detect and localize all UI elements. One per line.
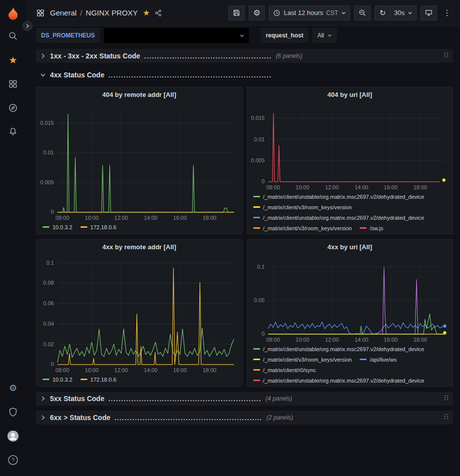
legend-series-color	[253, 348, 260, 350]
legend-item[interactable]: /sw.js	[360, 223, 383, 233]
legend-series-color	[253, 196, 260, 197]
row-dots: ........................................…	[108, 395, 262, 403]
favorite-star-icon[interactable]: ★	[143, 9, 150, 17]
panel-title[interactable]: 404 by remote addr [All]	[36, 87, 242, 101]
svg-text:10:00: 10:00	[295, 184, 309, 190]
svg-text:18:00: 18:00	[413, 184, 427, 190]
legend-series-color	[253, 380, 260, 381]
search-icon[interactable]	[7, 30, 19, 42]
dashboard-grid-icon[interactable]	[36, 8, 45, 17]
time-series-chart[interactable]: 00.0050.010.01508:0010:0012:0014:0016:00…	[36, 101, 242, 222]
refresh-button[interactable]: ↻	[375, 5, 391, 20]
grafana-logo[interactable]	[5, 6, 20, 21]
svg-text:08:00: 08:00	[55, 367, 69, 373]
panel-404-by-uri: 404 by uri [All] 00.0050.010.01508:0010:…	[247, 87, 454, 234]
legend-item[interactable]: /_matrix/client/v3/room_keys/version	[253, 223, 352, 233]
svg-text:14:00: 14:00	[144, 367, 157, 373]
legend-item[interactable]: /_matrix/client/unstable/org.matrix.msc2…	[253, 376, 425, 385]
time-range-picker[interactable]: Last 12 hours CST	[269, 5, 350, 20]
row-4xx-status-code[interactable]: 4xx Status Code ........................…	[36, 68, 453, 82]
svg-text:16:00: 16:00	[384, 337, 397, 343]
tv-mode-button[interactable]	[421, 5, 437, 20]
legend-item[interactable]: /_matrix/client/unstable/org.matrix.msc2…	[253, 344, 425, 354]
time-series-chart[interactable]: 00.020.040.060.080.108:0010:0012:0014:00…	[36, 254, 242, 375]
main-area: General / NGINX PROXY ★ ⚙	[26, 0, 460, 430]
legend-series-label: 10.0.3.2	[52, 224, 72, 230]
svg-text:0.06: 0.06	[43, 300, 54, 306]
kebab-menu-icon[interactable]: ⋮	[441, 8, 453, 17]
legend-series-color	[253, 217, 260, 218]
row-panel-count: (2 panels)	[267, 414, 293, 421]
settings-icon[interactable]: ⚙	[7, 382, 19, 394]
dashboard-canvas: 1xx - 3xx - 2xx Status Code ............…	[26, 46, 460, 430]
panel-title[interactable]: 4xx by remote addr [All]	[36, 240, 242, 254]
request-host-variable-value[interactable]: All	[312, 28, 337, 43]
legend-item[interactable]: /_matrix/client/v3/room_keys/version	[253, 355, 352, 364]
zoom-out-button[interactable]	[354, 5, 371, 20]
breadcrumb-section[interactable]: General	[50, 8, 76, 17]
svg-text:16:00: 16:00	[173, 215, 187, 221]
sidebar-expand-button[interactable]	[22, 21, 32, 31]
share-icon[interactable]	[154, 8, 163, 17]
user-avatar[interactable]	[7, 430, 19, 442]
svg-text:08:00: 08:00	[55, 215, 69, 221]
legend-series-label: 172.18.0.6	[90, 377, 116, 383]
chevron-down-icon	[341, 10, 346, 15]
legend-item[interactable]: 172.18.0.6	[80, 375, 116, 384]
row-1xx-3xx-2xx-status-code[interactable]: 1xx - 3xx - 2xx Status Code ............…	[36, 49, 453, 63]
legend-item[interactable]: 172.18.0.6	[80, 222, 116, 232]
svg-text:12:00: 12:00	[325, 184, 338, 190]
star-icon[interactable]: ★	[7, 54, 19, 66]
explore-icon[interactable]	[7, 102, 19, 114]
panel-title[interactable]: 404 by uri [All]	[247, 87, 453, 101]
legend-item[interactable]: 10.0.3.2	[42, 375, 72, 384]
dashboards-icon[interactable]	[7, 78, 19, 90]
svg-text:0.01: 0.01	[254, 136, 264, 142]
chevron-right-icon	[40, 53, 46, 59]
drag-handle-icon[interactable]	[443, 51, 449, 61]
legend-item[interactable]: /_matrix/client/v3/room_keys/version	[253, 202, 352, 212]
timezone-label: CST	[326, 9, 338, 16]
svg-text:08:00: 08:00	[266, 184, 280, 190]
request-host-variable-label[interactable]: request_host	[261, 28, 308, 43]
admin-shield-icon[interactable]	[7, 406, 19, 418]
datasource-variable-value[interactable]	[104, 28, 249, 43]
legend-series-label: /api/live/ws	[370, 357, 397, 363]
row-5xx-status-code[interactable]: 5xx Status Code ........................…	[36, 392, 453, 406]
datasource-variable-label[interactable]: DS_PROMETHEUS	[36, 28, 100, 43]
legend-series-label: /_matrix/client/v3/room_keys/version	[263, 357, 352, 363]
drag-handle-icon[interactable]	[443, 394, 449, 404]
legend-series-color	[253, 359, 260, 360]
svg-text:12:00: 12:00	[114, 215, 128, 221]
svg-text:14:00: 14:00	[144, 215, 157, 221]
refresh-button-group: ↻ 30s	[375, 5, 417, 20]
save-dashboard-button[interactable]	[228, 5, 245, 20]
time-series-chart[interactable]: 00.0050.010.01508:0010:0012:0014:0016:00…	[247, 101, 453, 192]
help-icon[interactable]: ?	[7, 454, 19, 466]
svg-text:10:00: 10:00	[85, 215, 98, 221]
row-title: 6xx > Status Code	[50, 414, 110, 422]
drag-handle-icon[interactable]	[443, 413, 449, 423]
legend-series-color	[80, 379, 87, 380]
legend-item[interactable]: /_matrix/client/r0/sync	[253, 365, 316, 375]
legend-item[interactable]: 10.0.3.2	[42, 222, 72, 232]
legend-item[interactable]: /_matrix/client/unstable/org.matrix.msc2…	[253, 213, 425, 222]
legend-item[interactable]: /_matrix/client/unstable/org.matrix.msc2…	[253, 192, 425, 201]
legend-series-color	[253, 227, 260, 229]
svg-text:0.015: 0.015	[40, 120, 54, 126]
chart-legend: 10.0.3.2172.18.0.6	[36, 222, 242, 234]
panel-row-2: 4xx by remote addr [All] 00.020.040.060.…	[36, 239, 453, 387]
legend-item[interactable]: /api/live/ws	[360, 355, 397, 364]
refresh-interval-dropdown[interactable]: 30s	[391, 5, 417, 20]
breadcrumb-dashboard[interactable]: NGINX PROXY	[86, 8, 138, 17]
legend-series-color	[253, 369, 260, 371]
row-6xx-status-code[interactable]: 6xx > Status Code ......................…	[36, 411, 453, 425]
svg-text:0.05: 0.05	[254, 297, 264, 303]
time-series-chart[interactable]: 00.050.108:0010:0012:0014:0016:0018:00	[247, 254, 453, 344]
panel-row-1: 404 by remote addr [All] 00.0050.010.015…	[36, 87, 453, 234]
row-dots: ........................................…	[114, 414, 263, 422]
panel-404-by-remote-addr: 404 by remote addr [All] 00.0050.010.015…	[36, 87, 243, 234]
panel-title[interactable]: 4xx by uri [All]	[247, 240, 453, 254]
dashboard-settings-button[interactable]: ⚙	[249, 5, 265, 20]
alerting-icon[interactable]	[7, 126, 19, 138]
